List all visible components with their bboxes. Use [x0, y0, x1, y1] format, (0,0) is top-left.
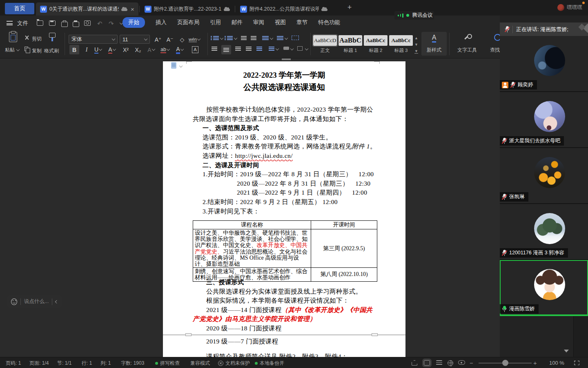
style-gallery-more-icon[interactable]: ▼: [414, 49, 418, 54]
paste-button[interactable]: 粘贴: [5, 47, 19, 54]
copy-icon[interactable]: [24, 47, 28, 51]
print-icon[interactable]: [73, 22, 79, 27]
zoom-value[interactable]: 100 %: [549, 360, 564, 366]
style-chip[interactable]: AaBbCc标题 3: [389, 35, 413, 54]
style-scroll-down-icon[interactable]: ▼: [414, 43, 418, 47]
hamburger-menu-icon[interactable]: [7, 21, 13, 25]
page-nav-arrow[interactable]: [179, 64, 183, 67]
export-icon[interactable]: [61, 22, 68, 27]
character-scale-icon[interactable]: [262, 36, 269, 40]
strikethrough-button[interactable]: A: [107, 45, 117, 54]
document-tab[interactable]: W附件2.通识教育学...22-2023-1: [140, 2, 234, 16]
page-nav-icon[interactable]: [171, 62, 176, 69]
fit-page-icon[interactable]: [574, 361, 579, 365]
status-item[interactable]: 页码: 1: [6, 360, 21, 367]
align-grid-icon[interactable]: [297, 46, 303, 51]
character-border-button[interactable]: A: [190, 45, 200, 54]
phonetic-guide-button[interactable]: wén: [189, 35, 200, 44]
status-item[interactable]: 字数: 1903: [121, 360, 144, 367]
increase-indent-icon[interactable]: [251, 36, 256, 40]
participant-tile[interactable]: 顾奕婷: [500, 36, 588, 92]
ribbon-tab-特色功能[interactable]: 特色功能: [318, 19, 340, 26]
clear-format-icon[interactable]: ◇: [177, 35, 187, 44]
tab-ruler-icon[interactable]: [292, 36, 299, 40]
style-chip[interactable]: AaBbCc标题 2: [364, 35, 388, 54]
status-item[interactable]: 列: 1: [100, 360, 111, 367]
outline-view-icon[interactable]: [436, 360, 442, 365]
bold-button[interactable]: B: [69, 45, 79, 54]
emoji-icon[interactable]: [11, 298, 17, 305]
document-tab[interactable]: W附件4.2022...公共限选课程说明: [236, 2, 332, 16]
ribbon-tab-引用[interactable]: 引用: [210, 19, 221, 26]
subscript-button[interactable]: X₂: [133, 45, 143, 54]
ribbon-tab-章节[interactable]: 章节: [296, 19, 307, 26]
participant-tile[interactable]: 漫画陈雪娇: [500, 260, 588, 316]
participant-tile[interactable]: 12001176 漫画 3 郭净容: [500, 204, 588, 260]
cut-button[interactable]: 剪切: [32, 36, 42, 43]
text-wrap-arrow[interactable]: [285, 36, 288, 40]
distribute-icon[interactable]: [256, 47, 262, 51]
bullet-list-icon[interactable]: [213, 36, 219, 40]
undo-icon[interactable]: ↶: [97, 20, 102, 27]
shading-arrow[interactable]: [290, 47, 294, 50]
align-center-button[interactable]: [221, 45, 231, 54]
participant-tile[interactable]: 派大星我们去抓水母吧: [500, 92, 588, 148]
new-tab-button[interactable]: +: [345, 3, 354, 12]
meeting-scrollbar[interactable]: [573, 316, 588, 357]
format-painter-button[interactable]: 格式刷: [44, 47, 59, 54]
underline-button[interactable]: U: [93, 45, 103, 54]
align-left-icon[interactable]: [212, 47, 217, 51]
ribbon-tab-视图[interactable]: 视图: [275, 19, 286, 26]
file-menu[interactable]: 文件: [17, 20, 28, 27]
grow-font-button[interactable]: A⁺: [153, 35, 163, 44]
highlight-button[interactable]: ab: [160, 45, 170, 54]
text-effects-button[interactable]: A: [146, 45, 156, 54]
meeting-mini-bar[interactable]: 腾讯会议: [394, 11, 434, 20]
justify-icon[interactable]: [246, 47, 252, 51]
print-preview-icon[interactable]: [84, 20, 91, 26]
font-color-button[interactable]: A: [175, 45, 185, 54]
status-item[interactable]: 兼容模式: [190, 360, 210, 367]
zoom-in-button[interactable]: +: [533, 359, 537, 366]
paste-icon[interactable]: [9, 32, 17, 42]
font-name-select[interactable]: 宋体: [69, 35, 118, 44]
close-tab-icon[interactable]: ×: [131, 6, 134, 13]
copy-button[interactable]: 复制: [32, 47, 42, 54]
ribbon-tab-审阅[interactable]: 审阅: [253, 19, 264, 26]
fullscreen-icon[interactable]: [412, 360, 418, 366]
style-chip[interactable]: AaBbCcD正文: [313, 35, 337, 54]
save-icon[interactable]: [49, 20, 56, 26]
superscript-button[interactable]: X²: [121, 45, 131, 54]
chat-quick-bar[interactable]: 说点什么...: [7, 295, 62, 308]
redo-icon[interactable]: ↷: [109, 20, 114, 27]
ribbon-tab-插入[interactable]: 插入: [156, 19, 167, 26]
chat-input-placeholder[interactable]: 说点什么...: [24, 298, 49, 305]
style-chip[interactable]: AaBbC标题 1: [339, 35, 362, 54]
status-item[interactable]: 页面: 1/4: [29, 360, 49, 367]
scroll-down-icon[interactable]: [564, 350, 569, 352]
ribbon-tab-邮件[interactable]: 邮件: [232, 19, 243, 26]
status-item[interactable]: 节: 1/1: [57, 360, 71, 367]
text-tool-button[interactable]: 文字工具: [452, 32, 483, 56]
open-icon[interactable]: [37, 20, 43, 26]
collapse-chat-icon[interactable]: [55, 300, 58, 303]
document-page[interactable]: 2022-2023 学年第一学期 公共限选课程选课通知 按照学校教学计划的总体安…: [163, 61, 405, 357]
page-view-icon[interactable]: [424, 360, 430, 366]
italic-button[interactable]: I: [82, 45, 91, 54]
zoom-out-button[interactable]: −: [470, 359, 473, 366]
muted-mic-icon[interactable]: [505, 26, 510, 33]
status-item[interactable]: 文档未保护: [218, 360, 250, 367]
ribbon-tab-页面布局[interactable]: 页面布局: [177, 19, 199, 26]
participant-tile[interactable]: 张凯琳: [500, 148, 588, 204]
web-view-icon[interactable]: [448, 360, 453, 366]
numbered-list-arrow[interactable]: [234, 36, 237, 40]
new-style-button[interactable]: A 新样式: [421, 32, 447, 56]
bullet-list-arrow[interactable]: [220, 36, 223, 40]
numbered-list-icon[interactable]: [227, 36, 233, 40]
line-spacing-arrow[interactable]: [276, 47, 279, 50]
format-painter-icon[interactable]: [49, 33, 56, 38]
page-break-line[interactable]: [163, 334, 405, 335]
account-chip[interactable]: 嘿嘿嘿: [557, 4, 583, 11]
zoom-slider-thumb[interactable]: [502, 360, 508, 366]
align-grid-arrow[interactable]: [305, 47, 308, 50]
